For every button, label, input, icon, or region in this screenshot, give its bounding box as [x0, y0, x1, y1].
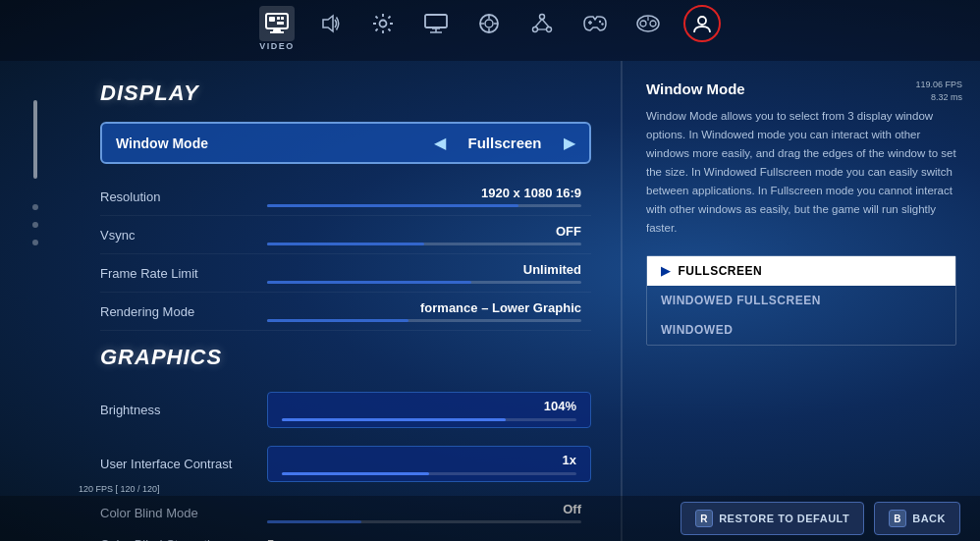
ui-contrast-row: User Interface Contrast 1x: [100, 440, 591, 488]
right-panel: Window Mode 119.06 FPS 8.32 ms Window Mo…: [622, 61, 980, 541]
top-navigation: VIDEO: [0, 0, 980, 61]
rendering-mode-slider-fill: [267, 319, 408, 322]
nav-controller[interactable]: [630, 6, 666, 55]
brightness-slider-fill: [282, 418, 506, 421]
brightness-slider-box[interactable]: 104%: [267, 392, 591, 428]
account-icon[interactable]: [683, 5, 721, 42]
selected-arrow: ▶: [661, 264, 671, 278]
controller-icon[interactable]: [630, 6, 666, 41]
sidebar-bar: [33, 100, 37, 179]
resolution-value-area: 1920 x 1080 16:9: [267, 186, 591, 207]
svg-point-28: [601, 23, 603, 25]
resolution-slider[interactable]: [267, 204, 581, 207]
nav-audio[interactable]: [312, 6, 348, 55]
window-mode-prev-button[interactable]: ◀: [434, 134, 446, 152]
vsync-slider[interactable]: [267, 243, 581, 245]
svg-point-30: [640, 21, 646, 27]
resolution-label: Resolution: [100, 189, 267, 204]
frame-rate-slider-fill: [267, 281, 471, 284]
wm-option-fullscreen[interactable]: ▶ FULLSCREEN: [647, 256, 955, 286]
ui-contrast-label: User Interface Contrast: [100, 457, 267, 471]
vsync-value: OFF: [556, 224, 581, 239]
wm-option-windowed-fullscreen[interactable]: WINDOWED FULLSCREEN: [647, 286, 955, 315]
svg-rect-5: [281, 17, 284, 20]
frame-rate-label: Frame Rate Limit: [100, 266, 267, 281]
back-button[interactable]: B BACK: [874, 502, 960, 535]
rendering-mode-slider[interactable]: [267, 319, 581, 322]
rendering-mode-row: Rendering Mode formance – Lower Graphic: [100, 293, 591, 331]
svg-point-20: [533, 27, 538, 32]
svg-marker-7: [323, 16, 333, 31]
nav-network[interactable]: [524, 6, 560, 55]
info-description: Window Mode allows you to select from 3 …: [646, 107, 956, 238]
ui-contrast-slider-box[interactable]: 1x: [267, 446, 591, 482]
fps-display: 119.06 FPS 8.32 ms: [915, 79, 962, 103]
window-mode-next-button[interactable]: ▶: [564, 134, 575, 152]
speaker-icon[interactable]: [312, 6, 348, 41]
rendering-mode-value-area: formance – Lower Graphic: [267, 300, 591, 322]
fps-value: 119.06 FPS: [915, 80, 962, 89]
svg-point-19: [540, 15, 545, 20]
joystick-icon[interactable]: [471, 6, 507, 41]
window-mode-options-list: ▶ FULLSCREEN WINDOWED FULLSCREEN WINDOWE…: [646, 255, 956, 346]
restore-default-button[interactable]: R RESTORE TO DEFAULT: [681, 502, 864, 535]
resolution-slider-fill: [267, 204, 518, 207]
bottom-bar: R RESTORE TO DEFAULT B BACK: [0, 496, 980, 541]
window-mode-label: Window Mode: [116, 135, 434, 151]
frame-rate-value-area: Unlimited: [267, 262, 591, 284]
sidebar-dot-3: [32, 240, 38, 245]
brightness-label: Brightness: [100, 403, 267, 417]
sidebar-dot-1: [32, 204, 38, 210]
svg-point-33: [698, 17, 706, 25]
resolution-row: Resolution 1920 x 1080 16:9: [100, 178, 591, 216]
svg-point-14: [485, 20, 493, 27]
window-mode-controls: ◀ Fullscreen ▶: [434, 134, 575, 152]
display2-icon[interactable]: [418, 6, 454, 41]
graphics-section-title: GRAPHICS: [100, 345, 591, 370]
video-nav-label: VIDEO: [259, 41, 295, 51]
back-label: BACK: [912, 513, 946, 524]
vsync-row: Vsync OFF: [100, 216, 591, 254]
fps-counter: 120 FPS [ 120 / 120]: [79, 484, 160, 494]
left-panel: DISPLAY Window Mode ◀ Fullscreen ▶ Resol…: [71, 61, 621, 541]
window-mode-row[interactable]: Window Mode ◀ Fullscreen ▶: [100, 122, 591, 164]
brightness-value: 104%: [544, 399, 576, 413]
display-section-title: DISPLAY: [100, 81, 591, 106]
frame-rate-slider[interactable]: [267, 281, 581, 284]
vsync-slider-fill: [267, 243, 424, 245]
wm-option-fullscreen-label: FULLSCREEN: [679, 264, 763, 278]
rendering-mode-value: formance – Lower Graphic: [420, 300, 581, 315]
nav-settings[interactable]: [365, 6, 401, 55]
ui-contrast-value: 1x: [563, 453, 576, 467]
nav-video[interactable]: VIDEO: [259, 6, 295, 55]
wm-option-windowed[interactable]: WINDOWED: [647, 315, 955, 345]
nav-gamepad3[interactable]: [577, 6, 613, 55]
monitor-icon[interactable]: [259, 6, 295, 41]
svg-rect-3: [269, 17, 275, 22]
main-content: DISPLAY Window Mode ◀ Fullscreen ▶ Resol…: [71, 61, 980, 541]
svg-rect-4: [277, 17, 280, 20]
ms-value: 8.32 ms: [931, 92, 962, 102]
gamepad3-icon[interactable]: [577, 6, 613, 41]
svg-point-27: [599, 21, 601, 23]
restore-default-label: RESTORE TO DEFAULT: [719, 513, 849, 524]
brightness-slider-track[interactable]: [282, 418, 576, 421]
nav-display2[interactable]: [418, 6, 454, 55]
svg-line-22: [535, 20, 542, 27]
brightness-row: Brightness 104%: [100, 386, 591, 434]
network-icon[interactable]: [524, 6, 560, 41]
left-sidebar: [0, 61, 71, 541]
wm-option-windowed-label: WINDOWED: [661, 323, 733, 337]
gear-icon[interactable]: [365, 6, 401, 41]
nav-account[interactable]: [683, 5, 721, 56]
resolution-value: 1920 x 1080 16:9: [481, 186, 581, 200]
svg-rect-9: [425, 15, 447, 27]
nav-gamepad2[interactable]: [471, 6, 507, 55]
ui-contrast-slider-fill: [282, 472, 429, 475]
info-panel-title: Window Mode: [646, 81, 956, 97]
back-icon: B: [889, 510, 906, 527]
svg-point-21: [547, 27, 552, 32]
wm-option-windowed-fullscreen-label: WINDOWED FULLSCREEN: [661, 294, 821, 307]
ui-contrast-slider-track[interactable]: [282, 472, 576, 475]
svg-line-23: [542, 20, 549, 27]
